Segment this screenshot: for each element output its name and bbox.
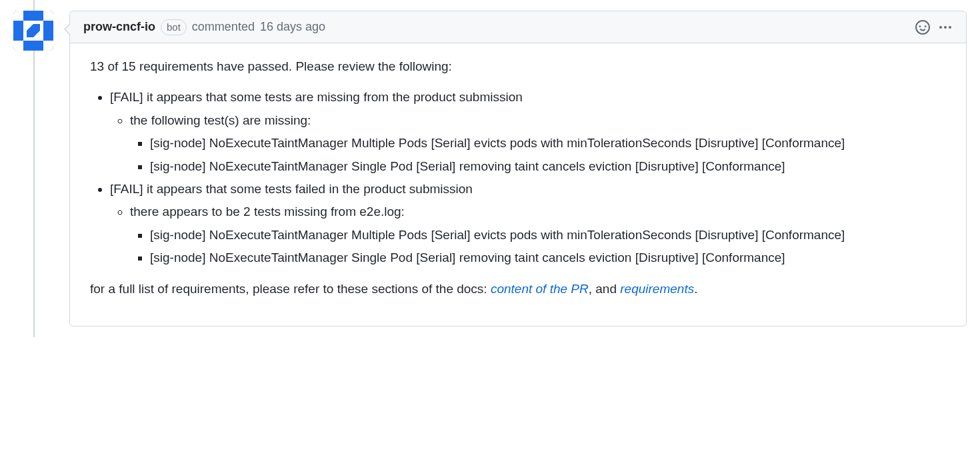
kebab-menu-button[interactable] — [938, 20, 953, 35]
failure-sublist: there appears to be 2 tests missing from… — [110, 202, 946, 268]
comment-header-actions — [915, 20, 953, 35]
comment-container: prow-cncf-io bot commented 16 days ago — [69, 11, 967, 326]
bot-badge: bot — [161, 19, 187, 35]
comment-header-left: prow-cncf-io bot commented 16 days ago — [83, 18, 325, 36]
failure-sublist: the following test(s) are missing: [sig-… — [110, 111, 946, 177]
test-list: [sig-node] NoExecuteTaintManager Multipl… — [130, 225, 946, 268]
failure-title: [FAIL] it appears that some tests are mi… — [110, 90, 523, 104]
kebab-dot-icon — [939, 26, 942, 29]
failure-subtitle: there appears to be 2 tests missing from… — [130, 205, 405, 219]
timeline-comment: prow-cncf-io bot commented 16 days ago — [0, 0, 980, 337]
failure-title: [FAIL] it appears that some tests failed… — [110, 182, 473, 196]
doc-link-requirements[interactable]: requirements — [620, 282, 694, 296]
test-item: [sig-node] NoExecuteTaintManager Multipl… — [150, 133, 946, 153]
add-reaction-button[interactable] — [915, 20, 930, 35]
test-list: [sig-node] NoExecuteTaintManager Multipl… — [130, 133, 946, 177]
failure-list: [FAIL] it appears that some tests are mi… — [90, 87, 946, 268]
failure-item: [FAIL] it appears that some tests failed… — [110, 179, 946, 268]
comment-action-text: commented — [192, 18, 255, 36]
avatar[interactable] — [13, 11, 53, 51]
test-item: [sig-node] NoExecuteTaintManager Single … — [150, 157, 946, 177]
svg-rect-4 — [13, 41, 23, 51]
failure-item: [FAIL] it appears that some tests are mi… — [110, 87, 946, 177]
comment-timestamp[interactable]: 16 days ago — [260, 18, 325, 36]
smiley-icon — [915, 20, 930, 35]
comment-body: 13 of 15 requirements have passed. Pleas… — [70, 43, 966, 326]
comment-header: prow-cncf-io bot commented 16 days ago — [70, 11, 966, 43]
comment-arrow — [64, 23, 70, 35]
doc-link-content[interactable]: content of the PR — [491, 282, 589, 296]
svg-rect-1 — [13, 11, 23, 21]
footer-suffix: . — [694, 282, 697, 296]
test-item: [sig-node] NoExecuteTaintManager Single … — [150, 248, 946, 268]
footer-prefix: for a full list of requirements, please … — [90, 282, 491, 296]
failure-subtitle: the following test(s) are missing: — [130, 113, 311, 127]
svg-rect-2 — [43, 11, 53, 21]
footer-mid: , and — [589, 282, 621, 296]
intro-text: 13 of 15 requirements have passed. Pleas… — [90, 57, 946, 77]
footer-text: for a full list of requirements, please … — [90, 279, 946, 299]
avatar-image — [13, 11, 53, 51]
failure-subitem: the following test(s) are missing: [sig-… — [130, 111, 946, 177]
author-link[interactable]: prow-cncf-io — [83, 18, 155, 36]
svg-rect-5 — [43, 41, 53, 51]
failure-subitem: there appears to be 2 tests missing from… — [130, 202, 946, 268]
test-item: [sig-node] NoExecuteTaintManager Multipl… — [150, 225, 946, 245]
kebab-dot-icon — [949, 26, 951, 29]
kebab-dot-icon — [944, 26, 947, 29]
